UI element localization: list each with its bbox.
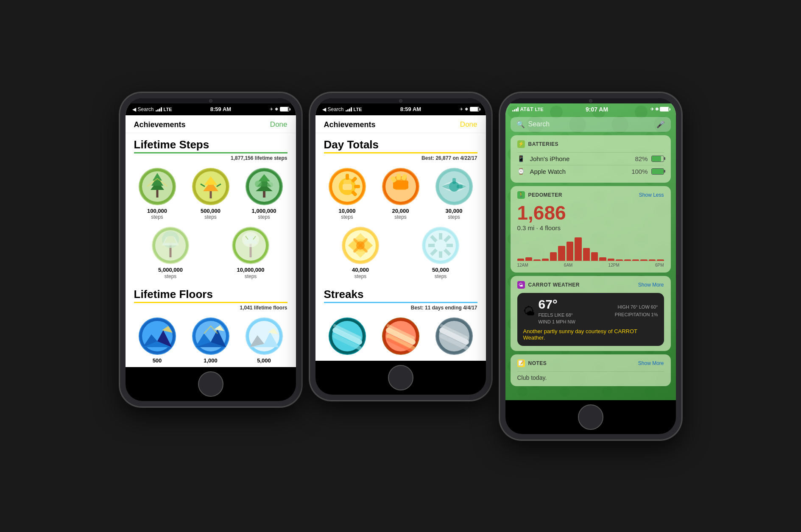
badge-10k-day-sub: steps [341, 214, 353, 220]
search-placeholder: Search [528, 120, 550, 128]
badges-grid-steps-2: 5,000,000 steps [126, 223, 296, 283]
badges-grid-floors: 500 [126, 314, 296, 368]
section-underline-floors [134, 302, 287, 303]
badge-40k-day-label: 40,000 [352, 267, 369, 273]
pedometer-title: PEDOMETER [528, 192, 563, 198]
badge-20k-day-sub: steps [394, 214, 407, 220]
status-bar-2: ◀ Search LTE 8:59 AM ✈ ✱ [315, 103, 486, 115]
notes-widget: 📝 NOTES Show More Club today. [511, 354, 671, 386]
chart-labels: 12AM 6AM 12PM 6PM [517, 263, 664, 267]
badge-5m-label: 5,000,000 [158, 267, 183, 273]
badge-circle-20k-day [382, 168, 419, 205]
badge-30k-day-label: 30,000 [446, 208, 463, 214]
badge-10m-label: 10,000,000 [237, 267, 264, 273]
notes-show-more[interactable]: Show More [638, 360, 664, 366]
batteries-title: BATTERIES [528, 141, 559, 147]
badge-10k-day: 10,000 steps [326, 168, 368, 220]
chart-label-12am: 12AM [517, 263, 528, 267]
watch-name: Apple Watch [530, 168, 632, 175]
badge-5m: 5,000,000 steps [149, 227, 192, 279]
chart-label-6pm: 6PM [655, 263, 664, 267]
step-count: 1,686 [517, 203, 664, 223]
badge-circle-5m [152, 227, 189, 264]
badge-500f-label: 500 [153, 357, 162, 364]
badge-50k-day: 50,000 steps [419, 227, 462, 279]
achievements-header-1: Achievements Done [126, 115, 296, 133]
badge-5000f-label: 5,000 [257, 357, 271, 364]
section-subtitle-daytotals: Best: 26,877 on 4/22/17 [315, 155, 486, 164]
section-title-steps: Lifetime Steps [126, 133, 296, 152]
badge-streak-1 [326, 318, 368, 357]
badges-grid-steps: 100,000 steps [126, 164, 296, 224]
done-button-2[interactable]: Done [460, 120, 477, 129]
badge-circle-1000f [192, 318, 229, 355]
badge-circle-streak-1 [329, 318, 366, 355]
badge-50k-day-sub: steps [435, 273, 447, 279]
watch-pct: 100% [631, 168, 647, 175]
svg-rect-28 [346, 174, 349, 180]
badge-50k-day-label: 50,000 [432, 267, 449, 273]
weather-card-content: 🌤 67° FEELS LIKE 68° WIND 1 MPH NW [517, 293, 664, 346]
badge-circle-500f [139, 318, 176, 355]
notes-icon: 📝 [517, 359, 525, 367]
weather-condition-icon: 🌤 [523, 304, 535, 318]
status-bar-1: ◀ Search LTE 8:59 AM ✈ ✱ [126, 103, 296, 115]
weather-title: CARROT WEATHER [528, 282, 580, 288]
pedometer-icon: 🚶 [517, 191, 525, 199]
iphone-name: John's iPhone [530, 155, 635, 162]
badge-circle-500k [192, 168, 229, 205]
watch-icon: ⌚ [517, 168, 526, 175]
batteries-widget: ⚡ BATTERIES 📱 John's iPhone 82% [511, 135, 671, 183]
badge-circle-50k-day [422, 227, 459, 264]
show-less-button[interactable]: Show Less [639, 192, 664, 198]
chart-label-12pm: 12PM [608, 263, 620, 267]
badge-100k-sub: steps [151, 214, 163, 220]
search-bar[interactable]: 🔍 Search 🎤 [511, 117, 671, 132]
home-button-2[interactable] [388, 365, 413, 390]
weather-highlow: HIGH 76° LOW 60° PRECIPITATION 1% [615, 304, 658, 318]
network-label-2: LTE [354, 107, 362, 112]
badge-circle-10m [232, 227, 269, 264]
home-button-1[interactable] [198, 371, 223, 397]
network-label: LTE [164, 107, 172, 112]
badge-streak-3 [433, 318, 475, 357]
phones-container: ◀ Search LTE 8:59 AM ✈ ✱ [120, 92, 682, 440]
badge-40k-day-sub: steps [354, 273, 367, 279]
badge-500-floors: 500 [136, 318, 179, 364]
svg-rect-30 [354, 185, 360, 188]
battery-indicator-2 [470, 107, 479, 111]
badges-grid-streaks [315, 314, 486, 361]
svg-rect-38 [396, 174, 401, 180]
svg-rect-33 [343, 184, 352, 190]
weather-widget: 🌤 CARROT WEATHER Show More 🌤 67° [511, 276, 671, 351]
mic-icon[interactable]: 🎤 [656, 120, 665, 128]
badge-40k-day: 40,000 steps [339, 227, 382, 279]
done-button-1[interactable]: Done [270, 120, 287, 129]
achievements-header-2: Achievements Done [315, 115, 486, 133]
badge-circle-10k-day [329, 168, 366, 205]
section-title-floors: Lifetime Floors [126, 283, 296, 302]
iphone-icon: 📱 [517, 155, 526, 162]
badge-1000f-label: 1,000 [204, 357, 218, 364]
weather-show-more[interactable]: Show More [638, 282, 664, 288]
weather-header: 🌤 CARROT WEATHER Show More [517, 281, 664, 289]
watch-battery-bar [651, 168, 664, 175]
weather-description: Another partly sunny day courtesy of CAR… [517, 328, 664, 346]
battery-device-iphone: 📱 John's iPhone 82% [517, 152, 664, 165]
badge-30k-day: 30,000 steps [433, 168, 475, 220]
badge-circle-5000f [246, 318, 283, 355]
temperature: 67° [539, 297, 575, 312]
badge-500k: 500,000 steps [190, 168, 232, 220]
svg-rect-45 [457, 185, 463, 188]
widget-screen: AT&T LTE 9:07 AM ✈ ✱ 🔍 [505, 103, 676, 400]
badge-circle-100k [139, 168, 176, 205]
bluetooth-icon-2: ✱ [465, 107, 468, 111]
badge-20k-day-label: 20,000 [392, 208, 409, 214]
notes-title: NOTES [528, 360, 547, 366]
status-time-2: 8:59 AM [400, 106, 421, 112]
page-title-2: Achievements [324, 120, 376, 129]
section-underline-daytotals [324, 152, 477, 153]
home-button-3[interactable] [578, 404, 603, 430]
badge-100k-label: 100,000 [147, 208, 167, 214]
phone-1: ◀ Search LTE 8:59 AM ✈ ✱ [120, 92, 302, 407]
